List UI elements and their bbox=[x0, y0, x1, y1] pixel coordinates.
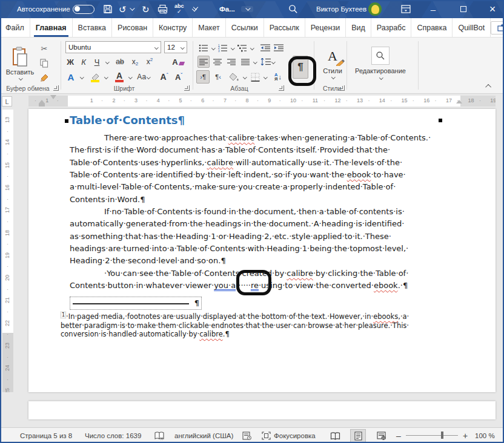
increase-indent-button[interactable] bbox=[273, 42, 285, 53]
italic-button[interactable]: К bbox=[78, 56, 90, 68]
font-size-combobox[interactable]: 12 bbox=[164, 41, 187, 53]
multilevel-dropdown[interactable] bbox=[248, 42, 254, 53]
tab-selector[interactable]: L bbox=[2, 96, 12, 107]
font-color-button[interactable]: А bbox=[113, 70, 126, 84]
tab-QuillBot[interactable]: QuillBot bbox=[453, 18, 491, 37]
user-name[interactable]: Виктор Бухтеев bbox=[316, 0, 366, 18]
numbering-button[interactable]: 123 bbox=[217, 42, 229, 53]
ltr-paragraph-button[interactable]: ¶‹ bbox=[211, 70, 225, 84]
save-button[interactable] bbox=[103, 0, 113, 18]
footnote-separator-box[interactable]: ¶ bbox=[70, 297, 202, 310]
tab-Рецензи[interactable]: Рецензи bbox=[305, 18, 346, 37]
underline-button[interactable]: Ч bbox=[91, 56, 103, 68]
highlight-dropdown[interactable] bbox=[102, 70, 109, 84]
align-right-button[interactable] bbox=[225, 56, 237, 68]
text-effects-button[interactable]: А bbox=[64, 70, 78, 84]
zoom-in-button[interactable]: + bbox=[463, 428, 468, 443]
horizontal-ruler[interactable]: L 2·1·1·2·3·4·5·6·7·8·9·10·11·12·13·14·1… bbox=[0, 94, 504, 108]
qat-more-commands-button[interactable] bbox=[193, 0, 197, 18]
bold-button[interactable]: Ж bbox=[64, 56, 76, 68]
redo-button[interactable]: ↻ bbox=[142, 0, 150, 18]
zoom-slider-track[interactable] bbox=[406, 435, 458, 436]
zoom-level[interactable]: 100 % bbox=[475, 428, 495, 443]
borders-button[interactable] bbox=[248, 70, 262, 84]
language-indicator[interactable]: английский (США) bbox=[174, 428, 233, 443]
numbering-dropdown[interactable] bbox=[229, 42, 235, 53]
title-dropdown-button[interactable] bbox=[241, 0, 253, 18]
print-layout-button[interactable] bbox=[350, 429, 366, 442]
zoom-slider-thumb[interactable] bbox=[441, 432, 443, 439]
focus-button[interactable]: Фокусировка bbox=[262, 428, 316, 443]
paste-button[interactable]: Вставить bbox=[6, 41, 34, 85]
tab-Вставка[interactable]: Вставка bbox=[73, 18, 112, 37]
strikethrough-button[interactable]: ab bbox=[113, 56, 127, 68]
zoom-out-button[interactable]: – bbox=[396, 428, 401, 443]
bullets-button[interactable] bbox=[197, 42, 210, 53]
change-case-button[interactable]: Аа bbox=[136, 70, 151, 84]
sort-button[interactable]: АЯ ↓ bbox=[271, 70, 285, 84]
paragraph-dialog-launcher[interactable] bbox=[279, 85, 284, 91]
tab-Файл[interactable]: Файл bbox=[0, 18, 30, 37]
tab-Рисован[interactable]: Рисован bbox=[112, 18, 153, 37]
left-indent-marker[interactable] bbox=[39, 103, 45, 107]
spelling-grammar-button[interactable]: abc ✓ bbox=[174, 0, 184, 18]
tab-Разрабс[interactable]: Разрабс bbox=[371, 18, 412, 37]
underline-dropdown[interactable] bbox=[103, 56, 110, 68]
styles-button[interactable]: А Стили bbox=[319, 41, 346, 84]
font-dialog-launcher[interactable] bbox=[184, 85, 190, 91]
first-line-indent-marker[interactable] bbox=[50, 95, 56, 99]
next-page-top[interactable] bbox=[28, 401, 496, 419]
bullets-dropdown[interactable] bbox=[210, 42, 216, 53]
font-color-dropdown[interactable] bbox=[126, 70, 133, 84]
collapse-ribbon-button[interactable] bbox=[483, 81, 494, 91]
editing-button[interactable]: Редактирование bbox=[351, 40, 409, 86]
format-painter-button[interactable] bbox=[38, 71, 51, 84]
page-indicator[interactable]: Страница 5 из 8 bbox=[20, 428, 72, 443]
justify-dropdown[interactable] bbox=[251, 56, 257, 68]
superscript-button[interactable]: x2 bbox=[143, 56, 156, 68]
copy-button[interactable] bbox=[38, 57, 51, 69]
highlight-button[interactable] bbox=[88, 70, 102, 84]
shading-button[interactable] bbox=[228, 70, 241, 84]
tab-Ссылки[interactable]: Ссылки bbox=[226, 18, 264, 37]
align-center-button[interactable] bbox=[211, 56, 224, 68]
cut-button[interactable]: ✂ bbox=[38, 42, 51, 54]
decrease-indent-button[interactable] bbox=[259, 42, 271, 53]
text-effects-dropdown[interactable] bbox=[78, 70, 85, 84]
subscript-button[interactable]: x2 bbox=[128, 56, 142, 68]
search-button[interactable] bbox=[288, 0, 298, 18]
clear-formatting-button[interactable]: А bbox=[171, 56, 185, 68]
styles-dialog-launcher[interactable] bbox=[339, 85, 345, 91]
web-layout-button[interactable] bbox=[373, 429, 389, 442]
proofing-errors-button[interactable] bbox=[154, 428, 164, 443]
shrink-font-button[interactable]: Аˇ bbox=[172, 70, 185, 84]
tab-Рассылк[interactable]: Рассылк bbox=[264, 18, 305, 37]
line-spacing-button[interactable] bbox=[260, 56, 275, 68]
grow-font-button[interactable]: Аˆ bbox=[158, 70, 171, 84]
undo-button[interactable]: ↺ bbox=[119, 0, 133, 18]
close-button[interactable]: × bbox=[482, 0, 503, 18]
multilevel-list-button[interactable] bbox=[236, 42, 248, 53]
tab-Справка[interactable]: Справка bbox=[411, 18, 453, 37]
ribbon-display-options-button[interactable] bbox=[401, 0, 411, 18]
tab-Главная[interactable]: Главная bbox=[30, 18, 73, 37]
right-indent-marker[interactable] bbox=[456, 100, 462, 103]
rtl-paragraph-button[interactable]: ›¶ bbox=[196, 70, 210, 84]
avatar[interactable] bbox=[368, 0, 382, 18]
tab-Констру[interactable]: Констру bbox=[153, 18, 193, 37]
borders-dropdown[interactable] bbox=[262, 70, 268, 84]
text-predictions-button[interactable] bbox=[242, 428, 251, 443]
tab-Макет[interactable]: Макет bbox=[193, 18, 225, 37]
minimize-button[interactable]: – bbox=[423, 0, 443, 18]
autosave-toggle[interactable] bbox=[73, 0, 94, 18]
share-button[interactable]: Поделиться bbox=[491, 21, 504, 34]
quick-print-button[interactable] bbox=[158, 0, 168, 18]
justify-button[interactable] bbox=[239, 56, 251, 68]
document-page[interactable]: Table·of·Contents¶ There·are·two·approac… bbox=[28, 109, 496, 392]
vertical-ruler[interactable]: 13·14·15·16·17·18·19·20·21·22·23·24·25· bbox=[2, 110, 13, 392]
align-left-button[interactable] bbox=[197, 56, 210, 68]
tab-Вид[interactable]: Вид bbox=[346, 18, 371, 37]
clipboard-dialog-launcher[interactable] bbox=[53, 85, 59, 91]
shading-dropdown[interactable] bbox=[241, 70, 247, 84]
maximize-button[interactable] bbox=[453, 0, 474, 18]
